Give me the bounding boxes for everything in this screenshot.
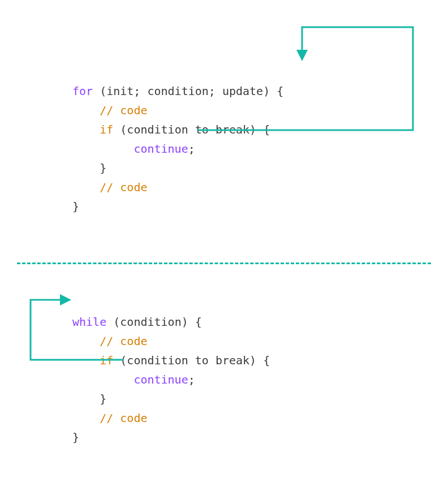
continue-keyword: continue	[133, 142, 188, 156]
close-brace: }	[72, 431, 79, 444]
semicolon: ;	[188, 373, 195, 386]
for-keyword: for	[72, 84, 93, 98]
if-keyword: if	[100, 354, 113, 367]
for-loop-code: for (init; condition; update) { // code …	[72, 62, 283, 216]
continue-keyword: continue	[133, 373, 188, 386]
if-condition: (condition to break) {	[113, 123, 270, 136]
for-signature: (init; condition; update) {	[93, 84, 283, 98]
section-divider	[17, 262, 431, 264]
close-brace: }	[100, 392, 106, 406]
code-comment: // code	[100, 411, 147, 425]
close-brace: }	[72, 200, 79, 213]
if-condition: (condition to break) {	[113, 354, 270, 367]
diagram-stage: for (init; condition; update) { // code …	[0, 0, 448, 482]
while-keyword: while	[72, 315, 106, 329]
if-keyword: if	[100, 123, 113, 136]
code-comment: // code	[100, 334, 147, 348]
code-comment: // code	[100, 180, 147, 194]
code-comment: // code	[100, 104, 147, 117]
close-brace: }	[100, 161, 106, 175]
semicolon: ;	[188, 142, 195, 156]
while-signature: (condition) {	[106, 315, 202, 329]
while-loop-code: while (condition) { // code if (conditio…	[72, 293, 270, 447]
